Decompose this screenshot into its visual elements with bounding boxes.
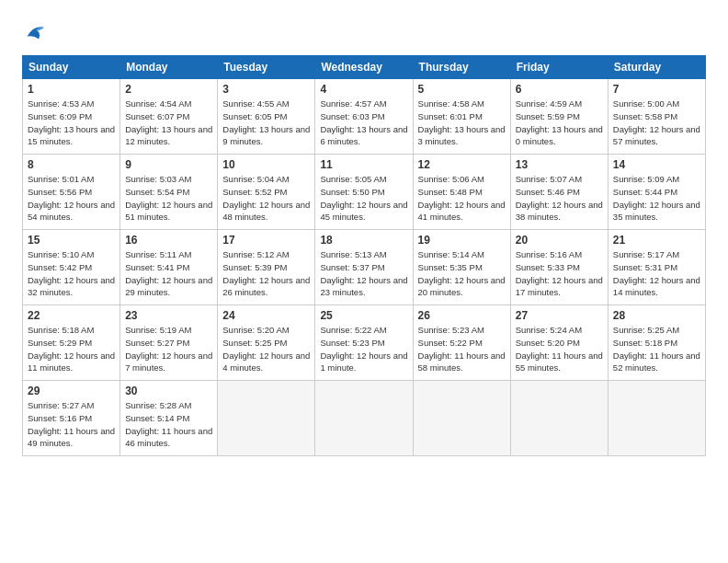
day-info: Sunrise: 5:09 AMSunset: 5:44 PMDaylight:… [613, 173, 700, 224]
day-number: 26 [418, 309, 506, 322]
day-info: Sunrise: 5:20 AMSunset: 5:25 PMDaylight:… [222, 324, 310, 374]
calendar-cell: 12Sunrise: 5:06 AMSunset: 5:48 PMDayligh… [413, 155, 510, 230]
day-header-monday: Monday [120, 56, 218, 79]
day-header-saturday: Saturday [608, 56, 705, 79]
calendar-cell: 9Sunrise: 5:03 AMSunset: 5:54 PMDaylight… [120, 155, 218, 230]
calendar-cell: 22Sunrise: 5:18 AMSunset: 5:29 PMDayligh… [23, 305, 120, 381]
calendar-cell: 24Sunrise: 5:20 AMSunset: 5:25 PMDayligh… [218, 305, 315, 381]
day-info: Sunrise: 5:10 AMSunset: 5:42 PMDaylight:… [28, 248, 115, 299]
day-number: 6 [516, 83, 603, 96]
day-info: Sunrise: 5:17 AMSunset: 5:31 PMDaylight:… [613, 248, 700, 299]
day-info: Sunrise: 5:04 AMSunset: 5:52 PMDaylight:… [222, 173, 310, 224]
week-row-5: 29Sunrise: 5:27 AMSunset: 5:16 PMDayligh… [23, 381, 706, 456]
page: SundayMondayTuesdayWednesdayThursdayFrid… [0, 0, 728, 563]
calendar-cell: 23Sunrise: 5:19 AMSunset: 5:27 PMDayligh… [120, 305, 218, 381]
calendar-cell: 2Sunrise: 4:54 AMSunset: 6:07 PMDaylight… [120, 79, 218, 155]
day-number: 18 [320, 234, 407, 247]
calendar-cell: 18Sunrise: 5:13 AMSunset: 5:37 PMDayligh… [315, 230, 413, 305]
calendar-cell: 26Sunrise: 5:23 AMSunset: 5:22 PMDayligh… [413, 305, 510, 381]
calendar-cell: 27Sunrise: 5:24 AMSunset: 5:20 PMDayligh… [510, 305, 608, 381]
day-number: 23 [125, 309, 212, 322]
calendar-cell: 11Sunrise: 5:05 AMSunset: 5:50 PMDayligh… [315, 155, 413, 230]
logo-icon [22, 18, 48, 44]
calendar-cell: 15Sunrise: 5:10 AMSunset: 5:42 PMDayligh… [23, 230, 120, 305]
day-number: 14 [613, 158, 700, 171]
calendar-cell [315, 381, 413, 456]
calendar-cell: 1Sunrise: 4:53 AMSunset: 6:09 PMDaylight… [23, 79, 120, 155]
calendar-cell: 25Sunrise: 5:22 AMSunset: 5:23 PMDayligh… [315, 305, 413, 381]
calendar-cell: 29Sunrise: 5:27 AMSunset: 5:16 PMDayligh… [23, 381, 120, 456]
day-header-thursday: Thursday [413, 56, 510, 79]
day-number: 19 [418, 234, 506, 247]
calendar-cell: 10Sunrise: 5:04 AMSunset: 5:52 PMDayligh… [218, 155, 315, 230]
day-info: Sunrise: 5:03 AMSunset: 5:54 PMDaylight:… [125, 173, 212, 224]
week-row-1: 1Sunrise: 4:53 AMSunset: 6:09 PMDaylight… [23, 79, 706, 155]
day-info: Sunrise: 5:07 AMSunset: 5:46 PMDaylight:… [516, 173, 603, 224]
calendar-cell: 13Sunrise: 5:07 AMSunset: 5:46 PMDayligh… [510, 155, 608, 230]
calendar-cell: 20Sunrise: 5:16 AMSunset: 5:33 PMDayligh… [510, 230, 608, 305]
day-info: Sunrise: 4:57 AMSunset: 6:03 PMDaylight:… [320, 98, 407, 148]
day-info: Sunrise: 5:11 AMSunset: 5:41 PMDaylight:… [125, 248, 212, 299]
day-number: 7 [613, 83, 700, 96]
day-header-tuesday: Tuesday [218, 56, 315, 79]
day-number: 9 [125, 158, 212, 171]
day-number: 16 [125, 234, 212, 247]
calendar-cell [413, 381, 510, 456]
day-info: Sunrise: 5:05 AMSunset: 5:50 PMDaylight:… [320, 173, 407, 224]
day-number: 3 [222, 83, 310, 96]
day-number: 5 [418, 83, 506, 96]
day-info: Sunrise: 5:19 AMSunset: 5:27 PMDaylight:… [125, 324, 212, 374]
day-number: 27 [516, 309, 603, 322]
calendar-cell: 28Sunrise: 5:25 AMSunset: 5:18 PMDayligh… [608, 305, 705, 381]
calendar-cell: 21Sunrise: 5:17 AMSunset: 5:31 PMDayligh… [608, 230, 705, 305]
day-header-wednesday: Wednesday [315, 56, 413, 79]
day-number: 12 [418, 158, 506, 171]
calendar-cell: 8Sunrise: 5:01 AMSunset: 5:56 PMDaylight… [23, 155, 120, 230]
day-number: 10 [222, 158, 310, 171]
calendar-cell: 4Sunrise: 4:57 AMSunset: 6:03 PMDaylight… [315, 79, 413, 155]
calendar-cell: 19Sunrise: 5:14 AMSunset: 5:35 PMDayligh… [413, 230, 510, 305]
calendar-cell [510, 381, 608, 456]
day-info: Sunrise: 4:54 AMSunset: 6:07 PMDaylight:… [125, 98, 212, 148]
calendar-cell [608, 381, 705, 456]
calendar-cell: 7Sunrise: 5:00 AMSunset: 5:58 PMDaylight… [608, 79, 705, 155]
week-row-2: 8Sunrise: 5:01 AMSunset: 5:56 PMDaylight… [23, 155, 706, 230]
calendar-table: SundayMondayTuesdayWednesdayThursdayFrid… [22, 55, 706, 456]
day-number: 24 [222, 309, 310, 322]
day-header-sunday: Sunday [23, 56, 120, 79]
day-number: 15 [28, 234, 115, 247]
day-number: 20 [516, 234, 603, 247]
calendar-cell: 14Sunrise: 5:09 AMSunset: 5:44 PMDayligh… [608, 155, 705, 230]
day-info: Sunrise: 5:00 AMSunset: 5:58 PMDaylight:… [613, 98, 700, 148]
calendar-cell: 16Sunrise: 5:11 AMSunset: 5:41 PMDayligh… [120, 230, 218, 305]
week-row-3: 15Sunrise: 5:10 AMSunset: 5:42 PMDayligh… [23, 230, 706, 305]
day-info: Sunrise: 5:12 AMSunset: 5:39 PMDaylight:… [222, 248, 310, 299]
day-info: Sunrise: 5:27 AMSunset: 5:16 PMDaylight:… [28, 399, 115, 450]
day-number: 25 [320, 309, 407, 322]
day-info: Sunrise: 5:22 AMSunset: 5:23 PMDaylight:… [320, 324, 407, 374]
calendar-cell: 3Sunrise: 4:55 AMSunset: 6:05 PMDaylight… [218, 79, 315, 155]
day-info: Sunrise: 5:06 AMSunset: 5:48 PMDaylight:… [418, 173, 506, 224]
day-number: 30 [125, 385, 212, 397]
header [22, 18, 706, 44]
day-info: Sunrise: 5:13 AMSunset: 5:37 PMDaylight:… [320, 248, 407, 299]
day-info: Sunrise: 4:55 AMSunset: 6:05 PMDaylight:… [222, 98, 310, 148]
day-number: 29 [28, 385, 115, 397]
day-number: 4 [320, 83, 407, 96]
day-info: Sunrise: 5:01 AMSunset: 5:56 PMDaylight:… [28, 173, 115, 224]
day-number: 8 [28, 158, 115, 171]
calendar-body: 1Sunrise: 4:53 AMSunset: 6:09 PMDaylight… [23, 79, 706, 456]
day-info: Sunrise: 4:58 AMSunset: 6:01 PMDaylight:… [418, 98, 506, 148]
day-info: Sunrise: 4:53 AMSunset: 6:09 PMDaylight:… [28, 98, 115, 148]
day-info: Sunrise: 5:23 AMSunset: 5:22 PMDaylight:… [418, 324, 506, 374]
day-info: Sunrise: 5:18 AMSunset: 5:29 PMDaylight:… [28, 324, 115, 374]
week-row-4: 22Sunrise: 5:18 AMSunset: 5:29 PMDayligh… [23, 305, 706, 381]
day-number: 2 [125, 83, 212, 96]
day-number: 28 [613, 309, 700, 322]
day-info: Sunrise: 5:28 AMSunset: 5:14 PMDaylight:… [125, 399, 212, 450]
calendar-header: SundayMondayTuesdayWednesdayThursdayFrid… [23, 56, 706, 79]
calendar-cell: 6Sunrise: 4:59 AMSunset: 5:59 PMDaylight… [510, 79, 608, 155]
logo [22, 18, 51, 44]
day-number: 11 [320, 158, 407, 171]
calendar-cell [218, 381, 315, 456]
